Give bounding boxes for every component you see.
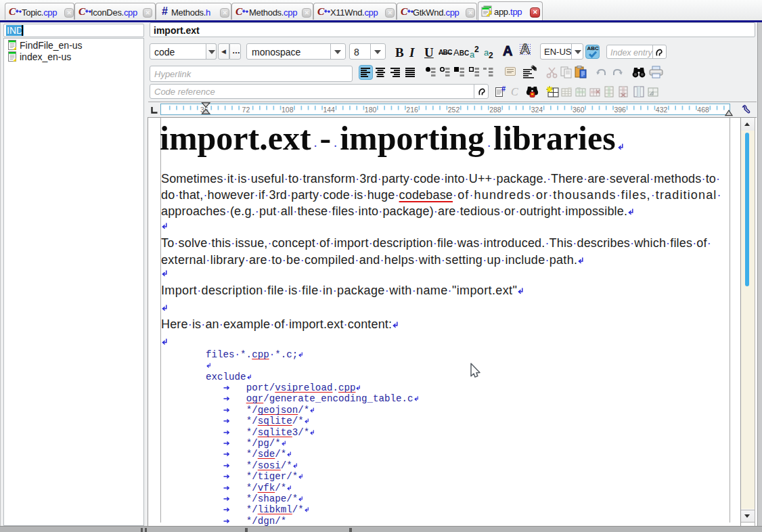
svg-text:144: 144 — [323, 106, 335, 114]
svg-text:#: # — [501, 86, 506, 93]
svg-text:288: 288 — [489, 106, 501, 114]
svg-text:108: 108 — [282, 106, 294, 114]
svg-text:432: 432 — [656, 106, 668, 114]
svg-text:216: 216 — [406, 106, 418, 114]
svg-text:180: 180 — [365, 106, 377, 114]
svg-text:396: 396 — [614, 106, 626, 114]
svg-text:468: 468 — [697, 106, 709, 114]
svg-text:360: 360 — [573, 106, 585, 114]
svg-text:324: 324 — [531, 106, 543, 114]
svg-text:72: 72 — [242, 106, 250, 114]
svg-text:252: 252 — [448, 106, 460, 114]
